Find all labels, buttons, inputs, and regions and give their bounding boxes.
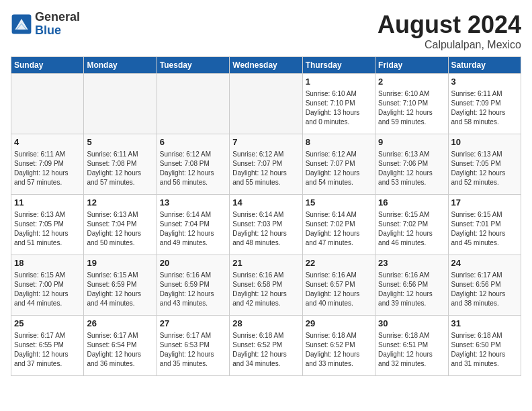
calendar-cell: 8Sunrise: 6:12 AM Sunset: 7:07 PM Daylig…	[302, 134, 375, 195]
day-number: 25	[14, 318, 81, 330]
calendar-cell: 1Sunrise: 6:10 AM Sunset: 7:10 PM Daylig…	[302, 74, 375, 134]
day-info: Sunrise: 6:18 AM Sunset: 6:52 PM Dayligh…	[306, 331, 372, 369]
calendar-cell: 15Sunrise: 6:14 AM Sunset: 7:02 PM Dayli…	[302, 195, 375, 255]
day-info: Sunrise: 6:16 AM Sunset: 6:58 PM Dayligh…	[232, 271, 299, 308]
calendar-cell	[230, 74, 302, 134]
day-number: 10	[451, 136, 518, 148]
calendar-cell: 25Sunrise: 6:17 AM Sunset: 6:55 PM Dayli…	[11, 316, 84, 376]
day-info: Sunrise: 6:15 AM Sunset: 6:59 PM Dayligh…	[87, 271, 153, 308]
day-number: 13	[160, 197, 226, 209]
day-number: 11	[14, 197, 81, 209]
day-info: Sunrise: 6:12 AM Sunset: 7:07 PM Dayligh…	[232, 150, 299, 187]
day-info: Sunrise: 6:12 AM Sunset: 7:08 PM Dayligh…	[160, 150, 226, 187]
page-header: General Blue August 2024 Calpulalpan, Me…	[11, 11, 521, 51]
calendar-week-1: 1Sunrise: 6:10 AM Sunset: 7:10 PM Daylig…	[11, 74, 521, 134]
calendar-cell: 16Sunrise: 6:15 AM Sunset: 7:02 PM Dayli…	[375, 195, 448, 255]
day-info: Sunrise: 6:10 AM Sunset: 7:10 PM Dayligh…	[306, 89, 372, 127]
day-info: Sunrise: 6:11 AM Sunset: 7:09 PM Dayligh…	[14, 150, 81, 187]
day-number: 2	[378, 76, 445, 88]
month-year-title: August 2024	[378, 11, 521, 39]
calendar-cell: 17Sunrise: 6:15 AM Sunset: 7:01 PM Dayli…	[448, 195, 521, 255]
location-subtitle: Calpulalpan, Mexico	[378, 39, 521, 51]
day-info: Sunrise: 6:16 AM Sunset: 6:56 PM Dayligh…	[378, 271, 445, 308]
calendar-cell: 26Sunrise: 6:17 AM Sunset: 6:54 PM Dayli…	[84, 316, 157, 376]
day-info: Sunrise: 6:14 AM Sunset: 7:03 PM Dayligh…	[232, 210, 299, 248]
calendar-cell: 18Sunrise: 6:15 AM Sunset: 7:00 PM Dayli…	[11, 255, 84, 316]
weekday-header-sunday: Sunday	[11, 57, 84, 74]
day-number: 17	[451, 197, 518, 209]
day-info: Sunrise: 6:17 AM Sunset: 6:55 PM Dayligh…	[14, 331, 81, 369]
calendar-cell: 24Sunrise: 6:17 AM Sunset: 6:56 PM Dayli…	[448, 255, 521, 316]
day-info: Sunrise: 6:13 AM Sunset: 7:05 PM Dayligh…	[451, 150, 518, 187]
day-info: Sunrise: 6:12 AM Sunset: 7:07 PM Dayligh…	[306, 150, 372, 187]
day-number: 20	[160, 257, 226, 269]
calendar-cell: 10Sunrise: 6:13 AM Sunset: 7:05 PM Dayli…	[448, 134, 521, 195]
day-info: Sunrise: 6:11 AM Sunset: 7:09 PM Dayligh…	[451, 89, 518, 127]
day-info: Sunrise: 6:10 AM Sunset: 7:10 PM Dayligh…	[378, 89, 445, 127]
day-number: 8	[306, 136, 372, 148]
day-number: 1	[306, 76, 372, 88]
calendar-cell: 5Sunrise: 6:11 AM Sunset: 7:08 PM Daylig…	[84, 134, 157, 195]
calendar-week-3: 11Sunrise: 6:13 AM Sunset: 7:05 PM Dayli…	[11, 195, 521, 255]
day-info: Sunrise: 6:13 AM Sunset: 7:06 PM Dayligh…	[378, 150, 445, 187]
calendar-week-2: 4Sunrise: 6:11 AM Sunset: 7:09 PM Daylig…	[11, 134, 521, 195]
weekday-header-friday: Friday	[375, 57, 448, 74]
calendar-cell: 2Sunrise: 6:10 AM Sunset: 7:10 PM Daylig…	[375, 74, 448, 134]
calendar-cell: 14Sunrise: 6:14 AM Sunset: 7:03 PM Dayli…	[230, 195, 302, 255]
day-number: 24	[451, 257, 518, 269]
day-number: 28	[232, 318, 299, 330]
day-number: 6	[160, 136, 226, 148]
day-number: 21	[232, 257, 299, 269]
day-number: 4	[14, 136, 81, 148]
day-info: Sunrise: 6:17 AM Sunset: 6:54 PM Dayligh…	[87, 331, 153, 369]
weekday-header-tuesday: Tuesday	[157, 57, 229, 74]
weekday-header-saturday: Saturday	[448, 57, 521, 74]
title-block: August 2024 Calpulalpan, Mexico	[378, 11, 521, 51]
day-number: 3	[451, 76, 518, 88]
calendar-cell: 31Sunrise: 6:18 AM Sunset: 6:50 PM Dayli…	[448, 316, 521, 376]
calendar-table: SundayMondayTuesdayWednesdayThursdayFrid…	[11, 56, 521, 376]
calendar-cell	[157, 74, 229, 134]
weekday-header-monday: Monday	[84, 57, 157, 74]
day-info: Sunrise: 6:17 AM Sunset: 6:53 PM Dayligh…	[160, 331, 226, 369]
calendar-cell: 3Sunrise: 6:11 AM Sunset: 7:09 PM Daylig…	[448, 74, 521, 134]
day-info: Sunrise: 6:18 AM Sunset: 6:51 PM Dayligh…	[378, 331, 445, 369]
logo-general: General	[35, 11, 80, 24]
logo-icon	[11, 13, 32, 35]
day-info: Sunrise: 6:15 AM Sunset: 7:01 PM Dayligh…	[451, 210, 518, 248]
calendar-cell: 12Sunrise: 6:13 AM Sunset: 7:04 PM Dayli…	[84, 195, 157, 255]
day-number: 5	[87, 136, 153, 148]
calendar-cell: 28Sunrise: 6:18 AM Sunset: 6:52 PM Dayli…	[230, 316, 302, 376]
day-number: 7	[232, 136, 299, 148]
calendar-cell: 27Sunrise: 6:17 AM Sunset: 6:53 PM Dayli…	[157, 316, 229, 376]
weekday-header-row: SundayMondayTuesdayWednesdayThursdayFrid…	[11, 57, 521, 74]
day-info: Sunrise: 6:15 AM Sunset: 7:02 PM Dayligh…	[378, 210, 445, 248]
day-info: Sunrise: 6:18 AM Sunset: 6:50 PM Dayligh…	[451, 331, 518, 369]
calendar-cell: 4Sunrise: 6:11 AM Sunset: 7:09 PM Daylig…	[11, 134, 84, 195]
logo: General Blue	[11, 11, 80, 38]
day-info: Sunrise: 6:14 AM Sunset: 7:02 PM Dayligh…	[306, 210, 372, 248]
calendar-cell: 13Sunrise: 6:14 AM Sunset: 7:04 PM Dayli…	[157, 195, 229, 255]
day-number: 16	[378, 197, 445, 209]
calendar-cell	[11, 74, 84, 134]
logo-text: General Blue	[35, 11, 80, 38]
calendar-cell: 30Sunrise: 6:18 AM Sunset: 6:51 PM Dayli…	[375, 316, 448, 376]
day-info: Sunrise: 6:17 AM Sunset: 6:56 PM Dayligh…	[451, 271, 518, 308]
day-number: 19	[87, 257, 153, 269]
calendar-cell: 11Sunrise: 6:13 AM Sunset: 7:05 PM Dayli…	[11, 195, 84, 255]
day-number: 15	[306, 197, 372, 209]
calendar-cell: 23Sunrise: 6:16 AM Sunset: 6:56 PM Dayli…	[375, 255, 448, 316]
day-number: 14	[232, 197, 299, 209]
calendar-cell: 19Sunrise: 6:15 AM Sunset: 6:59 PM Dayli…	[84, 255, 157, 316]
day-number: 30	[378, 318, 445, 330]
calendar-cell	[84, 74, 157, 134]
logo-blue: Blue	[35, 24, 80, 38]
calendar-cell: 22Sunrise: 6:16 AM Sunset: 6:57 PM Dayli…	[302, 255, 375, 316]
calendar-cell: 9Sunrise: 6:13 AM Sunset: 7:06 PM Daylig…	[375, 134, 448, 195]
day-info: Sunrise: 6:16 AM Sunset: 6:59 PM Dayligh…	[160, 271, 226, 308]
day-info: Sunrise: 6:13 AM Sunset: 7:04 PM Dayligh…	[87, 210, 153, 248]
day-info: Sunrise: 6:18 AM Sunset: 6:52 PM Dayligh…	[232, 331, 299, 369]
day-number: 22	[306, 257, 372, 269]
day-number: 26	[87, 318, 153, 330]
calendar-cell: 20Sunrise: 6:16 AM Sunset: 6:59 PM Dayli…	[157, 255, 229, 316]
